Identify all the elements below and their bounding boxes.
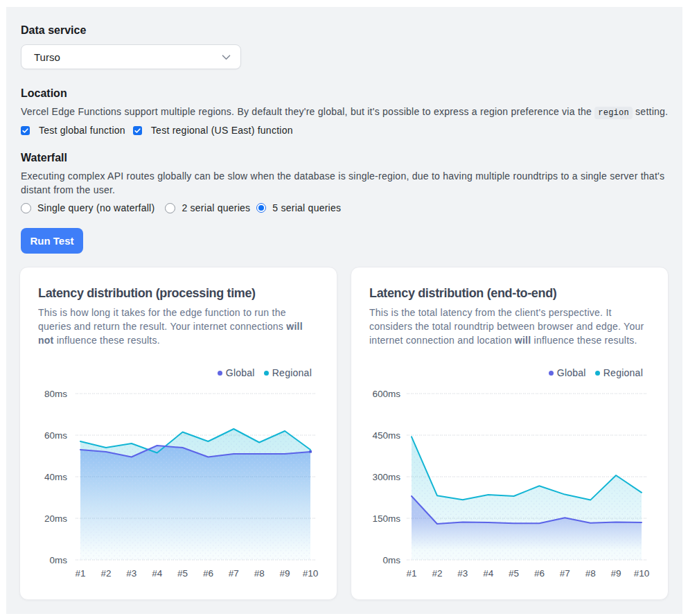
svg-text:#1: #1 [75, 568, 85, 579]
svg-text:#2: #2 [432, 568, 442, 579]
svg-text:300ms: 300ms [372, 472, 400, 482]
svg-text:600ms: 600ms [372, 389, 400, 399]
svg-text:20ms: 20ms [44, 513, 67, 524]
svg-text:#7: #7 [229, 568, 239, 579]
svg-text:#6: #6 [203, 568, 213, 579]
svg-text:#3: #3 [126, 568, 136, 579]
svg-text:0ms: 0ms [382, 555, 400, 565]
svg-text:#6: #6 [534, 568, 545, 579]
svg-text:#9: #9 [611, 568, 621, 579]
svg-text:#2: #2 [100, 568, 111, 579]
svg-text:#10: #10 [303, 568, 319, 579]
svg-text:#5: #5 [177, 568, 188, 579]
svg-text:#3: #3 [457, 568, 468, 579]
svg-text:80ms: 80ms [44, 389, 67, 399]
svg-text:#9: #9 [280, 568, 290, 579]
svg-text:450ms: 450ms [372, 430, 400, 441]
svg-text:#7: #7 [560, 568, 570, 579]
svg-text:#1: #1 [406, 568, 416, 579]
svg-text:0ms: 0ms [49, 555, 67, 565]
svg-text:#4: #4 [483, 568, 494, 579]
svg-text:40ms: 40ms [44, 472, 67, 482]
svg-text:#5: #5 [509, 568, 519, 579]
svg-text:#4: #4 [152, 568, 163, 579]
svg-text:60ms: 60ms [44, 430, 67, 441]
svg-text:#8: #8 [585, 568, 596, 579]
svg-text:#10: #10 [634, 568, 650, 579]
svg-text:#8: #8 [254, 568, 265, 579]
svg-text:150ms: 150ms [372, 513, 400, 524]
